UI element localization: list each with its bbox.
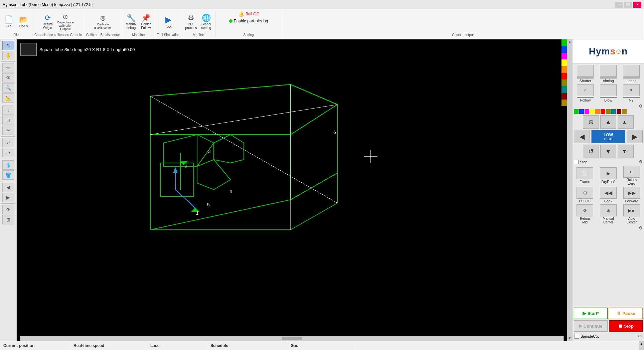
- dryrun-button[interactable]: ▶: [600, 167, 617, 179]
- maximize-button[interactable]: ⬜: [624, 2, 632, 8]
- pt-loc-ctrl[interactable]: ⊞ Pt LOC: [576, 187, 594, 203]
- nav-up-button[interactable]: ▲: [600, 115, 616, 129]
- forward-ctrl[interactable]: ▶▶ Forward: [623, 187, 641, 203]
- file-new-button[interactable]: 📄 File: [2, 15, 15, 29]
- speed-mode-button[interactable]: LOW HIGH: [591, 130, 625, 143]
- dryrun-ctrl[interactable]: ▶ DryRun*: [599, 167, 618, 184]
- rotate-tool-button[interactable]: ⟳: [2, 205, 14, 214]
- scroll-up-arrow[interactable]: ▲: [568, 40, 572, 44]
- manual-debug-button[interactable]: 🔧 Manualdebug: [124, 14, 138, 30]
- center-gear-icon[interactable]: ⚙: [639, 225, 643, 230]
- swatch-r-teal[interactable]: [611, 109, 616, 114]
- close-button[interactable]: ✕: [633, 2, 641, 8]
- blow-button[interactable]: [600, 84, 617, 96]
- swatch-r-orange[interactable]: [595, 109, 600, 114]
- swatch-yellow[interactable]: [561, 59, 567, 66]
- laser-ctrl[interactable]: Laser: [622, 65, 640, 83]
- step-checkbox-label[interactable]: Step: [574, 160, 588, 164]
- return-origin-button[interactable]: ⟳ ReturnOrigin: [41, 14, 54, 30]
- back-ctrl[interactable]: ◀◀ Back: [599, 187, 618, 203]
- plc-process-button[interactable]: ⚙ PLCprocess: [184, 14, 198, 30]
- frame-ctrl[interactable]: ⬜ Frame: [576, 167, 594, 184]
- grid-tool-button[interactable]: ⊞: [2, 215, 14, 224]
- h-scrollbar[interactable]: [20, 336, 564, 341]
- back-button[interactable]: ◀◀: [600, 187, 617, 199]
- minimize-button[interactable]: —: [615, 2, 623, 8]
- swatch-r-yellow[interactable]: [590, 109, 595, 114]
- auto-center-button[interactable]: ▶▶: [623, 204, 640, 216]
- canvas-area[interactable]: Square tube Side length20 X R1.8 X Lengt…: [17, 39, 567, 341]
- swatch-orange[interactable]: [561, 66, 567, 73]
- manual-center-ctrl[interactable]: ⊕ ManualCenter: [599, 204, 618, 224]
- shutter-ctrl[interactable]: Shutter: [576, 65, 595, 83]
- follow-button[interactable]: ✓: [577, 84, 594, 96]
- manual-center-button[interactable]: ⊕: [600, 204, 617, 216]
- stop-button[interactable]: ⏹ Stop: [609, 320, 643, 332]
- sample-cut-label[interactable]: SampleCut: [575, 334, 599, 339]
- frame-button[interactable]: ⬜: [577, 167, 593, 179]
- swatch-r-red[interactable]: [601, 109, 605, 114]
- swatch-magenta[interactable]: [561, 53, 567, 59]
- swatch-r-green[interactable]: [574, 109, 579, 114]
- swatch-r-magenta[interactable]: [585, 109, 589, 114]
- trim-tool-button[interactable]: ✂: [2, 126, 14, 135]
- nav-left-button[interactable]: ◀: [574, 130, 590, 143]
- undo-tool-button[interactable]: ↩: [2, 138, 14, 147]
- rect-tool-button[interactable]: □: [2, 116, 14, 125]
- holder-follow-button[interactable]: 📌 HolderFollow: [139, 14, 153, 30]
- file-open-button[interactable]: 📂 Open: [17, 15, 30, 29]
- controls-gear-icon[interactable]: ⚙: [639, 104, 643, 109]
- status-scroll-up[interactable]: ▲: [640, 342, 643, 346]
- forward-button[interactable]: ▶▶: [623, 187, 640, 199]
- bell-off-item[interactable]: 🔔 Bell Off: [238, 11, 259, 17]
- pencil-tool-button[interactable]: ✏: [2, 63, 14, 72]
- global-setting-button[interactable]: 🌐 Globalsetting: [200, 14, 213, 30]
- nav-up-small-button[interactable]: ▲↓: [618, 115, 634, 129]
- return-mid-button[interactable]: ⟳: [577, 204, 593, 216]
- blow-ctrl[interactable]: Blow: [599, 84, 617, 102]
- pause-button[interactable]: ⏸ Pause: [609, 308, 643, 319]
- tool-simulation-button[interactable]: ▶ Tool: [162, 15, 175, 29]
- n2-button[interactable]: ▼: [623, 84, 640, 96]
- step-checkbox[interactable]: [574, 160, 579, 164]
- step-gear-icon[interactable]: ⚙: [639, 159, 643, 164]
- scroll-down-arrow[interactable]: ▼: [568, 336, 572, 340]
- expand-left-button[interactable]: ◀: [2, 183, 14, 192]
- aiming-button[interactable]: [600, 65, 617, 77]
- continue-button[interactable]: ▶ Continue: [574, 320, 608, 332]
- swatch-r-maroon[interactable]: [617, 109, 621, 114]
- swatch-maroon[interactable]: [561, 93, 567, 100]
- swatch-teal[interactable]: [561, 86, 567, 93]
- swatch-r-olive[interactable]: [606, 109, 611, 114]
- swatch-gold[interactable]: [561, 100, 567, 106]
- sample-cut-checkbox[interactable]: [575, 334, 579, 339]
- zoom-tool-button[interactable]: 🔍: [2, 83, 14, 93]
- nav-center-button[interactable]: ⊕: [583, 115, 599, 129]
- return-mid-ctrl[interactable]: ⟳ ReturnMid: [576, 204, 594, 224]
- sample-gear-icon[interactable]: ⚙: [638, 334, 642, 339]
- right-scrollbar[interactable]: ▲ ▼: [567, 39, 572, 341]
- nav-rotate-left-button[interactable]: ↺: [583, 145, 599, 158]
- n2-ctrl[interactable]: ▼ N2: [622, 84, 640, 102]
- laser-button[interactable]: [623, 65, 640, 77]
- swatch-r-gold[interactable]: [622, 109, 627, 114]
- measure-tool-button[interactable]: 📐: [2, 93, 14, 103]
- enable-part-item[interactable]: Enable part-picking: [229, 19, 268, 23]
- swatch-green[interactable]: [561, 39, 567, 46]
- return-zero-ctrl[interactable]: ↩ ReturnZero: [623, 166, 641, 185]
- status-scrollbar[interactable]: ▲ ▼: [639, 341, 644, 350]
- aiming-ctrl[interactable]: Aiming: [599, 65, 617, 83]
- calibrate-baxis-button[interactable]: ⊗ CalibrateB-axis center: [93, 14, 113, 30]
- swatch-olive[interactable]: [561, 79, 567, 86]
- move-tool-button[interactable]: ✋: [2, 51, 14, 60]
- shutter-button[interactable]: [577, 65, 594, 77]
- follow-ctrl[interactable]: ✓ Follow: [576, 84, 595, 102]
- nav-right-button[interactable]: ▶: [627, 130, 643, 143]
- redo-tool-button[interactable]: ↪: [2, 148, 14, 157]
- swatch-r-blue[interactable]: [579, 109, 584, 114]
- cap-cal-button[interactable]: ⊕ CapacitancecalibrationGraphic: [56, 13, 75, 31]
- nav-down-button[interactable]: ▼: [600, 145, 616, 158]
- fill-tool-button[interactable]: 🪣: [2, 170, 14, 180]
- swatch-blue[interactable]: [561, 46, 567, 53]
- eye-tool-button[interactable]: 👁: [2, 73, 14, 82]
